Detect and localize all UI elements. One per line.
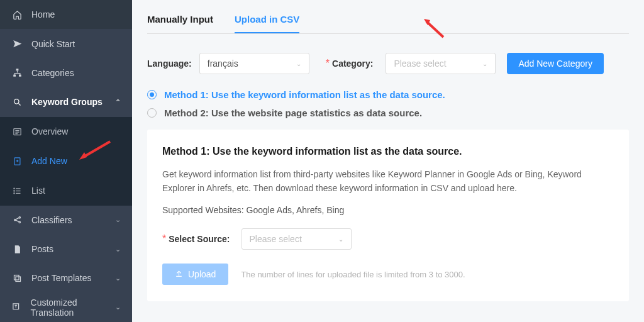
sidebar-item-label: Customized Translation (31, 297, 115, 318)
copy-icon (11, 272, 23, 284)
upload-hint: The number of lines for uploaded file is… (241, 270, 465, 279)
chevron-down-icon: ⌄ (115, 216, 121, 224)
share-icon (11, 214, 23, 226)
sidebar: Home Quick Start Categories Keyword Grou… (0, 0, 132, 322)
sidebar-item-home[interactable]: Home (0, 0, 132, 29)
svg-point-6 (13, 188, 14, 189)
sidebar-sub-overview[interactable]: Overview (0, 117, 132, 147)
upload-button-label: Upload (188, 269, 216, 279)
sidebar-item-label: Categories (31, 68, 74, 78)
add-file-icon (11, 155, 23, 167)
sidebar-submenu-keyword-groups: Overview Add New List (0, 117, 132, 206)
translate-icon (11, 302, 22, 313)
method1-card: Method 1: Use the keyword information li… (147, 130, 629, 301)
card-title: Method 1: Use the keyword information li… (162, 146, 614, 157)
sidebar-item-customized-translation[interactable]: Customized Translation ⌄ (0, 293, 132, 322)
svg-rect-2 (19, 75, 21, 77)
tab-manually-input[interactable]: Manually Input (147, 11, 213, 33)
required-mark: * (162, 233, 166, 245)
home-icon (11, 9, 23, 20)
method1-label: Method 1: Use the keyword information li… (164, 89, 445, 100)
sidebar-item-quickstart[interactable]: Quick Start (0, 29, 132, 58)
upload-icon (175, 269, 183, 279)
language-label: Language: (147, 58, 192, 69)
chevron-down-icon: ⌄ (482, 60, 487, 67)
sidebar-item-classifiers[interactable]: Classifiers ⌄ (0, 206, 132, 235)
sidebar-item-keyword-groups[interactable]: Keyword Groups ⌃ (0, 87, 132, 116)
sidebar-item-label: List (31, 186, 45, 196)
magnifier-icon (11, 96, 23, 108)
sidebar-item-label: Home (31, 9, 55, 19)
chevron-down-icon: ⌄ (115, 245, 121, 253)
radio-icon (147, 90, 157, 99)
svg-rect-13 (14, 275, 19, 280)
tab-upload-csv[interactable]: Upload in CSV (235, 11, 299, 33)
upload-button[interactable]: Upload (162, 264, 228, 285)
sidebar-item-label: Add New (31, 156, 67, 166)
svg-point-3 (14, 99, 19, 104)
method-radios: Method 1: Use the keyword information li… (147, 89, 629, 118)
category-select[interactable]: Please select ⌄ (386, 53, 496, 74)
sidebar-item-label: Keyword Groups (31, 97, 103, 107)
file-icon (11, 243, 23, 255)
chevron-down-icon: ⌄ (115, 303, 121, 311)
paper-plane-icon (11, 38, 23, 50)
select-source-select[interactable]: Please select ⌄ (242, 228, 352, 250)
sidebar-item-categories[interactable]: Categories (0, 58, 132, 87)
category-label: Category: (332, 58, 373, 69)
main-content: Manually Input Upload in CSV Language: f… (132, 0, 644, 322)
svg-point-9 (14, 219, 16, 221)
sidebar-sub-list[interactable]: List (0, 176, 132, 206)
language-value: français (208, 58, 238, 69)
method1-radio[interactable]: Method 1: Use the keyword information li… (147, 89, 629, 100)
sidebar-item-label: Post Templates (31, 273, 91, 283)
chevron-up-icon: ⌃ (115, 98, 121, 106)
sidebar-item-post-templates[interactable]: Post Templates ⌄ (0, 264, 132, 292)
svg-point-11 (19, 221, 21, 223)
chevron-down-icon: ⌄ (115, 274, 121, 282)
svg-rect-1 (13, 75, 16, 77)
form-row: Language: français ⌄ * Category: Please … (147, 53, 629, 74)
svg-point-7 (13, 190, 14, 191)
svg-rect-0 (16, 69, 18, 71)
svg-point-8 (13, 192, 14, 193)
sidebar-item-label: Posts (31, 244, 53, 254)
select-source-placeholder: Please select (250, 234, 302, 244)
svg-rect-12 (16, 277, 21, 282)
language-select[interactable]: français ⌄ (199, 53, 309, 74)
chevron-down-icon: ⌄ (296, 60, 301, 67)
sidebar-sub-add-new[interactable]: Add New (0, 147, 132, 176)
sitemap-icon (11, 67, 23, 79)
list-icon (11, 126, 23, 137)
tabs: Manually Input Upload in CSV (147, 11, 629, 34)
sidebar-item-label: Overview (31, 126, 68, 136)
method2-radio[interactable]: Method 2: Use the website page statistic… (147, 108, 629, 118)
card-desc: Get keyword information list from third-… (162, 167, 614, 196)
sidebar-item-posts[interactable]: Posts ⌄ (0, 235, 132, 264)
add-category-button[interactable]: Add New Category (507, 53, 604, 74)
radio-icon (147, 108, 157, 118)
category-placeholder: Please select (394, 58, 446, 69)
method2-label: Method 2: Use the website page statistic… (164, 108, 422, 118)
select-source-row: * Select Source: Please select ⌄ (162, 228, 614, 250)
card-supported: Supported Websites: Google Ads, Ahrefs, … (162, 203, 614, 217)
select-source-label: Select Source: (169, 234, 230, 244)
sidebar-item-label: Classifiers (31, 215, 72, 225)
svg-point-10 (19, 217, 21, 219)
sidebar-item-label: Quick Start (31, 39, 75, 49)
required-mark: * (326, 58, 330, 69)
chevron-down-icon: ⌄ (338, 236, 343, 243)
bullet-list-icon (11, 185, 23, 196)
